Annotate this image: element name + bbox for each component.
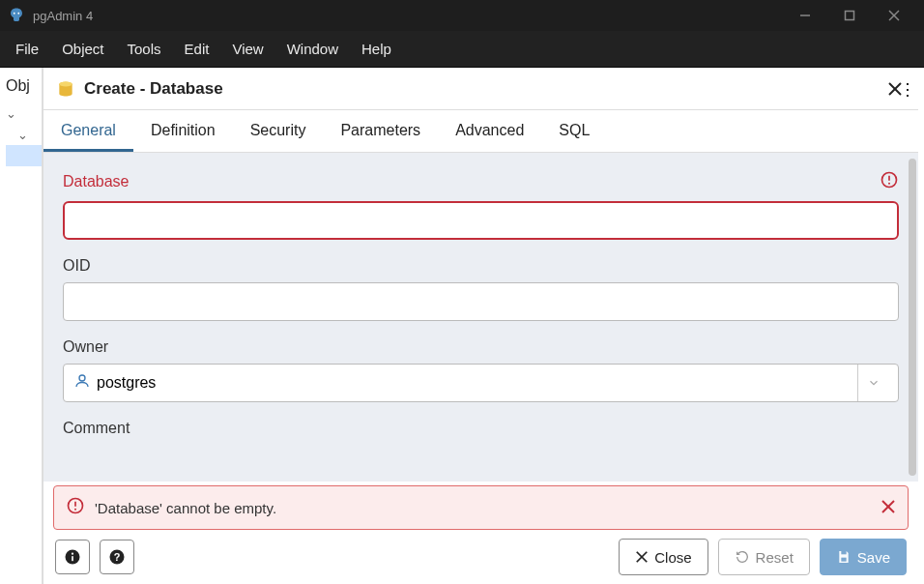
save-button[interactable]: Save	[820, 539, 907, 575]
tree[interactable]: ⌄ ⌄	[0, 99, 42, 166]
help-button[interactable]: ?	[100, 540, 134, 574]
scrollbar[interactable]	[909, 159, 916, 476]
svg-rect-21	[72, 556, 73, 561]
minimize-button[interactable]	[783, 0, 827, 31]
svg-point-7	[59, 81, 72, 86]
maximize-button[interactable]	[827, 0, 872, 31]
menu-edit[interactable]: Edit	[173, 33, 221, 65]
chevron-down-icon[interactable]: ⌄	[6, 106, 17, 121]
dialog-header: Create - Database	[43, 68, 918, 110]
field-comment: Comment	[63, 420, 899, 437]
dialog-footer: ? Close Reset Save	[43, 530, 918, 584]
reset-label: Reset	[756, 549, 794, 566]
object-explorer: Obj ⌄ ⌄	[0, 68, 43, 584]
oid-label: OID	[63, 257, 899, 275]
tree-item-selected[interactable]	[6, 145, 42, 166]
svg-point-13	[79, 375, 85, 381]
window-title: pgAdmin 4	[33, 9, 783, 23]
menubar: File Object Tools Edit View Window Help	[0, 31, 924, 68]
oid-input[interactable]	[63, 282, 899, 321]
error-icon	[66, 496, 85, 519]
tab-sql[interactable]: SQL	[541, 111, 607, 152]
svg-point-12	[888, 183, 890, 185]
owner-label: Owner	[63, 338, 899, 356]
tab-general[interactable]: General	[43, 111, 133, 152]
close-window-button[interactable]	[872, 0, 916, 31]
error-icon	[880, 170, 899, 193]
dialog-title: Create - Database	[84, 79, 883, 99]
close-label: Close	[654, 549, 691, 566]
save-label: Save	[857, 549, 890, 566]
tab-advanced[interactable]: Advanced	[438, 111, 541, 152]
save-icon	[836, 549, 852, 565]
svg-rect-27	[841, 558, 846, 562]
menu-window[interactable]: Window	[275, 33, 350, 65]
error-close-button[interactable]	[881, 497, 896, 519]
menu-help[interactable]: Help	[350, 33, 403, 65]
svg-point-20	[72, 553, 73, 555]
tab-security[interactable]: Security	[233, 111, 324, 152]
user-icon	[73, 372, 91, 394]
chevron-down-icon	[857, 365, 888, 401]
field-database: Database	[63, 170, 899, 240]
error-banner: 'Database' cannot be empty.	[53, 485, 909, 530]
owner-value: postgres	[97, 374, 156, 392]
object-explorer-title: Obj	[0, 73, 42, 99]
menu-file[interactable]: File	[4, 33, 50, 65]
database-label: Database	[63, 173, 880, 190]
error-text: 'Database' cannot be empty.	[95, 500, 871, 516]
owner-select[interactable]: postgres	[63, 364, 899, 402]
comment-label: Comment	[63, 420, 899, 437]
menu-tools[interactable]: Tools	[116, 33, 173, 65]
svg-rect-3	[846, 12, 854, 20]
info-button[interactable]	[55, 540, 90, 574]
menu-object[interactable]: Object	[50, 33, 115, 65]
database-input[interactable]	[63, 201, 899, 240]
svg-point-16	[74, 509, 76, 511]
window-controls	[783, 0, 916, 31]
svg-point-0	[14, 13, 15, 15]
tab-parameters[interactable]: Parameters	[323, 111, 438, 152]
svg-point-1	[17, 13, 19, 15]
field-oid: OID	[63, 257, 899, 321]
svg-text:?: ?	[114, 551, 121, 563]
reset-icon	[735, 549, 750, 565]
chevron-down-icon[interactable]: ⌄	[17, 128, 29, 142]
database-icon	[55, 78, 76, 100]
svg-rect-26	[841, 551, 846, 554]
dialog-tabs: General Definition Security Parameters A…	[43, 110, 918, 153]
form-body: Database OID Owner	[43, 153, 918, 482]
titlebar: pgAdmin 4	[0, 0, 924, 31]
field-owner: Owner postgres	[63, 338, 899, 402]
close-icon	[635, 550, 649, 564]
app-icon	[8, 7, 25, 24]
menu-view[interactable]: View	[220, 33, 274, 65]
create-database-dialog: Create - Database ⋯ General Definition S…	[43, 68, 918, 584]
reset-button[interactable]: Reset	[718, 539, 810, 575]
close-button[interactable]: Close	[619, 539, 707, 575]
kebab-menu[interactable]: ⋯	[897, 75, 920, 102]
tab-definition[interactable]: Definition	[133, 111, 233, 152]
